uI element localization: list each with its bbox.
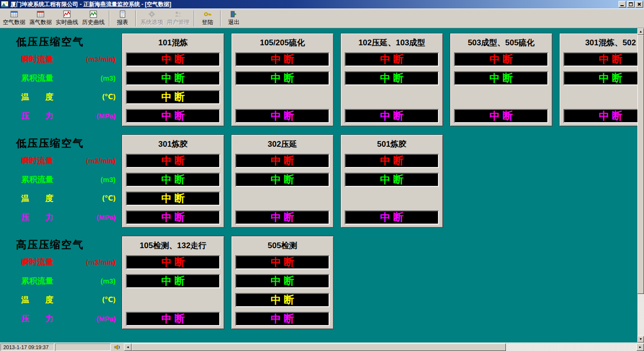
- restore-icon: [629, 2, 633, 6]
- close-icon: [636, 1, 643, 7]
- toolbar-button-user-management[interactable]: 用户管理: [165, 9, 191, 28]
- value-instant-flow: 中断: [345, 52, 439, 67]
- value-cumulative-flow: 中断: [126, 71, 220, 85]
- scroll-left-button[interactable]: ◄: [124, 343, 132, 351]
- panel-105-205-vulcanizing: 105/205硫化 中断 中断 中断: [231, 33, 334, 126]
- restore-button[interactable]: [627, 1, 635, 8]
- exit-icon: [230, 10, 238, 18]
- panel-title: 301混炼、502: [560, 37, 644, 48]
- value-pressure: 中断: [235, 109, 330, 123]
- section-title: 高压压缩空气: [16, 238, 84, 252]
- value-pressure: 中断: [126, 109, 220, 123]
- value-cumulative-flow: 中断: [126, 274, 220, 288]
- panel-title: 301炼胶: [122, 139, 224, 150]
- toolbar-button-air-data[interactable]: 空气数据: [1, 9, 27, 28]
- up-arrow-icon: ▲: [639, 30, 643, 33]
- panel-101-mixing: 101混炼 中断 中断 中断 中断: [122, 33, 224, 126]
- value-pressure: 中断: [126, 210, 220, 225]
- window-title: 厦门坤凌系统工程有限公司 - 正新海燕流量监控系统 - [空气数据]: [10, 0, 619, 8]
- param-temperature: 温 度(℃): [21, 191, 116, 205]
- value-instant-flow: 中断: [126, 154, 220, 168]
- toolbar-button-exit[interactable]: 退出: [223, 9, 244, 28]
- value-instant-flow: 中断: [235, 255, 330, 269]
- value-cumulative-flow: 中断: [563, 71, 644, 85]
- statusbar-timestamp: 2013-1-17 09:19:37: [0, 343, 54, 351]
- toolbar-separator: [135, 10, 136, 26]
- realtime-curve-icon: [63, 10, 71, 18]
- close-button[interactable]: [636, 1, 643, 8]
- toolbar-button-realtime-curve[interactable]: 实时曲线: [54, 9, 80, 28]
- value-cumulative-flow: 中断: [235, 274, 330, 288]
- toolbar-button-label: 历史曲线: [82, 18, 105, 26]
- section-low-pressure-air-1: 低压压缩空气 瞬时流量(m3/min) 累积流量(m3) 温 度(℃) 压 力(…: [0, 33, 644, 130]
- value-cumulative-flow: 中断: [126, 173, 220, 187]
- param-instant-flow: 瞬时流量(m3/min): [21, 255, 116, 269]
- panel-505-testing: 505检测 中断 中断 中断 中断: [231, 236, 334, 329]
- panel-title: 105检测、132走行: [122, 240, 224, 251]
- history-curve-icon: [90, 10, 97, 18]
- section-title: 低压压缩空气: [16, 136, 84, 150]
- value-pressure: 中断: [235, 210, 330, 225]
- minimize-button[interactable]: [619, 1, 626, 8]
- panel-title: 101混炼: [122, 37, 224, 48]
- horizontal-scrollbar[interactable]: ◄ ►: [124, 343, 644, 351]
- panel-105-testing-132-running: 105检测、132走行 中断 中断 中断: [122, 236, 224, 329]
- panel-title: 501炼胶: [341, 139, 443, 150]
- scroll-down-button[interactable]: ▼: [637, 336, 644, 343]
- report-icon: [119, 10, 126, 18]
- left-arrow-icon: ◄: [126, 345, 130, 349]
- toolbar-button-label: 退出: [228, 18, 239, 26]
- steam-data-icon: [37, 10, 44, 18]
- param-temperature: 温 度(℃): [21, 292, 116, 307]
- horizontal-scroll-track[interactable]: [506, 343, 636, 351]
- speaker-icon[interactable]: [112, 343, 123, 351]
- main-content: 低压压缩空气 瞬时流量(m3/min) 累积流量(m3) 温 度(℃) 压 力(…: [0, 28, 644, 343]
- minimize-icon: [620, 5, 624, 6]
- toolbar-button-login[interactable]: 登陆: [197, 9, 218, 28]
- toolbar-button-report[interactable]: 报表: [112, 9, 133, 28]
- value-cumulative-flow: 中断: [235, 71, 330, 85]
- value-pressure: 中断: [235, 312, 330, 326]
- down-arrow-icon: ▼: [639, 337, 643, 341]
- value-pressure: 中断: [345, 210, 439, 225]
- panel-301-mixing-502-clipped: 301混炼、502 中断 中断 中断: [559, 33, 644, 126]
- value-temperature: 中断: [235, 293, 330, 307]
- app-icon: [1, 1, 8, 8]
- value-instant-flow: 中断: [126, 52, 220, 67]
- value-cumulative-flow: 中断: [345, 71, 439, 85]
- toolbar-button-history-curve[interactable]: 历史曲线: [80, 9, 107, 28]
- toolbar-separator: [194, 10, 195, 26]
- panel-301-rubber-mixing: 301炼胶 中断 中断 中断 中断: [122, 134, 224, 228]
- value-instant-flow: 中断: [235, 154, 330, 168]
- panel-title: 503成型、505硫化: [450, 37, 552, 48]
- horizontal-scroll-thumb[interactable]: [132, 343, 506, 351]
- param-instant-flow: 瞬时流量(m3/min): [21, 153, 116, 167]
- toolbar-button-steam-data[interactable]: 蒸气数据: [27, 9, 54, 28]
- panel-title: 505检测: [231, 240, 333, 251]
- param-pressure: 压 力(MPa): [21, 210, 116, 224]
- toolbar-button-label: 报表: [117, 18, 128, 26]
- vertical-scroll-thumb[interactable]: [637, 35, 644, 294]
- param-cumulative-flow: 累积流量(m3): [21, 71, 116, 85]
- statusbar-empty-cell: [55, 343, 111, 351]
- vertical-scroll-track[interactable]: [637, 35, 644, 336]
- param-cumulative-flow: 累积流量(m3): [21, 274, 116, 288]
- value-pressure: 中断: [563, 109, 644, 123]
- scroll-up-button[interactable]: ▲: [637, 28, 644, 35]
- toolbar-separator: [220, 10, 221, 26]
- value-instant-flow: 中断: [454, 52, 548, 67]
- value-instant-flow: 中断: [126, 255, 220, 269]
- system-options-icon: [148, 10, 156, 18]
- vertical-scrollbar[interactable]: ▲ ▼: [637, 28, 644, 343]
- toolbar-button-label: 系统选项: [140, 18, 163, 26]
- toolbar-button-system-options[interactable]: 系统选项: [139, 9, 165, 28]
- scroll-right-button[interactable]: ►: [636, 343, 644, 351]
- panel-503-forming-505-vulcanizing: 503成型、505硫化 中断 中断 中断: [450, 33, 553, 126]
- param-cumulative-flow: 累积流量(m3): [21, 172, 116, 186]
- toolbar-button-label: 空气数据: [3, 18, 25, 26]
- value-pressure: 中断: [126, 312, 220, 326]
- value-cumulative-flow: 中断: [235, 173, 330, 187]
- toolbar-button-label: 实时曲线: [56, 18, 78, 26]
- value-pressure: 中断: [454, 109, 548, 123]
- panel-title: 302压延: [231, 139, 333, 150]
